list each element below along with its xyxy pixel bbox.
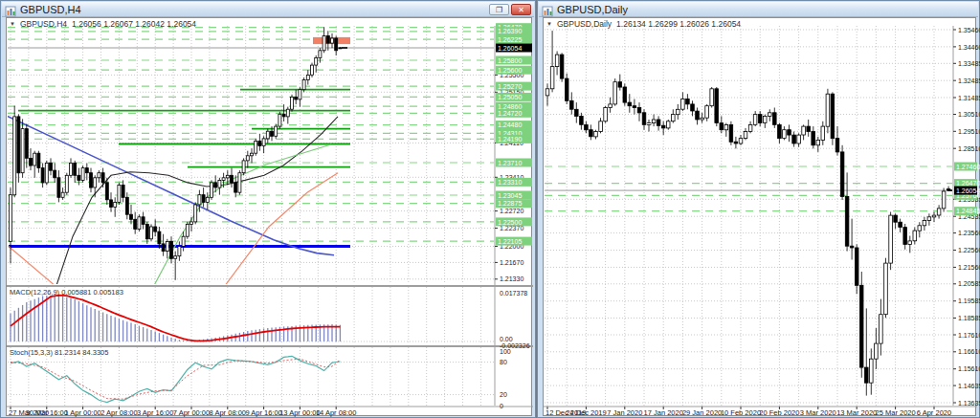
svg-text:1.24480: 1.24480 bbox=[498, 121, 522, 128]
svg-text:1.35460: 1.35460 bbox=[958, 27, 980, 33]
chart-window-h4: GBPUSD,H4 ❐ ✕ ▼ GBPUSD,H4 1.26056 1.2606… bbox=[0, 0, 536, 418]
svg-text:20: 20 bbox=[500, 391, 507, 398]
daily-window-title: GBPUSD,Daily bbox=[557, 4, 628, 15]
close-button[interactable]: ✕ bbox=[511, 4, 531, 15]
svg-text:1.23560: 1.23560 bbox=[958, 230, 980, 236]
svg-text:13 Mar 2020: 13 Mar 2020 bbox=[836, 408, 877, 417]
svg-text:1.13635: 1.13635 bbox=[958, 400, 980, 407]
svg-text:1.26470: 1.26470 bbox=[956, 180, 980, 187]
svg-text:1.25050: 1.25050 bbox=[498, 94, 522, 100]
svg-text:Stoch(15,3,3) 81.2314 84.3305: Stoch(15,3,3) 81.2314 84.3305 bbox=[10, 348, 108, 357]
daily-symbol-label: GBPUSD,Daily bbox=[557, 19, 612, 29]
svg-text:7 Apr 00:00: 7 Apr 00:00 bbox=[173, 408, 210, 417]
svg-text:1.26390: 1.26390 bbox=[498, 28, 522, 34]
svg-text:80: 80 bbox=[500, 359, 507, 365]
svg-text:9 Apr 16:00: 9 Apr 16:00 bbox=[245, 408, 281, 417]
chart-window-icon bbox=[5, 4, 16, 15]
svg-text:1.21560: 1.21560 bbox=[958, 264, 980, 271]
svg-text:1.19585: 1.19585 bbox=[958, 297, 980, 304]
svg-text:1.21330: 1.21330 bbox=[500, 275, 523, 282]
svg-text:10 Feb 2020: 10 Feb 2020 bbox=[721, 408, 761, 417]
svg-text:1.24845: 1.24845 bbox=[956, 208, 980, 214]
daily-chart-canvas[interactable]: 1.354601.344601.334851.324851.314851.305… bbox=[538, 1, 980, 418]
svg-text:1 Apr 00:00: 1 Apr 00:00 bbox=[64, 408, 100, 417]
svg-text:1.20585: 1.20585 bbox=[958, 280, 980, 287]
svg-text:3 Apr 16:00: 3 Apr 16:00 bbox=[137, 408, 173, 417]
h4-quote-bar: ▼ GBPUSD,H4 1.26056 1.26067 1.26042 1.26… bbox=[10, 19, 196, 29]
mt4-workspace: GBPUSD,H4 ❐ ✕ ▼ GBPUSD,H4 1.26056 1.2606… bbox=[0, 0, 980, 418]
svg-text:1.22560: 1.22560 bbox=[958, 247, 980, 253]
h4-chart-canvas[interactable]: 1.255001.251501.241101.234101.227201.223… bbox=[1, 1, 537, 418]
chart-window-icon bbox=[542, 4, 553, 15]
svg-text:25 Mar 2020: 25 Mar 2020 bbox=[876, 408, 916, 417]
svg-text:2 Apr 08:00: 2 Apr 08:00 bbox=[100, 408, 137, 417]
svg-text:1.31485: 1.31485 bbox=[958, 95, 980, 101]
svg-text:1.29510: 1.29510 bbox=[958, 128, 980, 135]
svg-text:MACD(12,26,9) 0.005881 0.00518: MACD(12,26,9) 0.005881 0.005183 bbox=[10, 288, 123, 297]
svg-text:1.25600: 1.25600 bbox=[498, 67, 522, 74]
svg-text:20 Feb 2020: 20 Feb 2020 bbox=[759, 408, 799, 417]
chart-window-daily: GBPUSD,Daily ▼ GBPUSD,Daily 1.26134 1.26… bbox=[537, 0, 980, 418]
svg-text:0.017378: 0.017378 bbox=[500, 290, 527, 297]
svg-text:1.22875: 1.22875 bbox=[498, 200, 522, 207]
svg-text:1.23710: 1.23710 bbox=[498, 160, 522, 166]
svg-text:1.26054: 1.26054 bbox=[956, 187, 980, 194]
svg-text:6 Apr 2020: 6 Apr 2020 bbox=[917, 408, 951, 417]
svg-text:1.21670: 1.21670 bbox=[500, 259, 523, 266]
daily-quote-bar: ▼ GBPUSD,Daily 1.26134 1.26299 1.26026 1… bbox=[546, 19, 741, 29]
h4-window-titlebar[interactable]: GBPUSD,H4 ❐ ✕ bbox=[2, 2, 534, 17]
svg-text:1.28510: 1.28510 bbox=[958, 145, 980, 152]
svg-text:1.30510: 1.30510 bbox=[958, 111, 980, 118]
svg-text:7 Jan 2020: 7 Jan 2020 bbox=[607, 408, 642, 417]
restore-button[interactable]: ❐ bbox=[489, 4, 509, 15]
h4-ohlc-values: 1.26056 1.26067 1.26042 1.26054 bbox=[72, 19, 196, 29]
svg-text:8 Apr 08:00: 8 Apr 08:00 bbox=[210, 408, 246, 417]
svg-text:1.33485: 1.33485 bbox=[958, 60, 980, 67]
svg-text:1.32485: 1.32485 bbox=[958, 77, 980, 84]
chevron-down-icon[interactable]: ▼ bbox=[546, 21, 552, 27]
svg-text:1.24860: 1.24860 bbox=[498, 103, 522, 110]
svg-text:24 Dec 2019: 24 Dec 2019 bbox=[566, 408, 607, 417]
svg-text:1.16610: 1.16610 bbox=[958, 348, 980, 355]
svg-text:1.24720: 1.24720 bbox=[498, 110, 522, 117]
svg-text:30 Mar 16:00: 30 Mar 16:00 bbox=[26, 408, 68, 417]
svg-text:1.23045: 1.23045 bbox=[498, 192, 522, 199]
svg-text:13 Apr 00:00: 13 Apr 00:00 bbox=[279, 408, 321, 417]
svg-text:1.26054: 1.26054 bbox=[498, 45, 522, 52]
svg-text:1.24190: 1.24190 bbox=[498, 136, 522, 143]
h4-symbol-label: GBPUSD,H4 bbox=[20, 19, 67, 29]
daily-ohlc-values: 1.26134 1.26299 1.26026 1.26054 bbox=[616, 19, 741, 29]
svg-text:1.34460: 1.34460 bbox=[958, 44, 980, 51]
svg-text:1.25270: 1.25270 bbox=[498, 83, 522, 90]
svg-text:0.00: 0.00 bbox=[500, 336, 513, 342]
svg-text:1.18585: 1.18585 bbox=[958, 315, 980, 321]
svg-text:1.22500: 1.22500 bbox=[498, 219, 522, 226]
svg-text:3 Mar 2020: 3 Mar 2020 bbox=[800, 408, 836, 417]
svg-text:14 Apr 08:00: 14 Apr 08:00 bbox=[316, 408, 357, 417]
svg-text:0: 0 bbox=[500, 403, 503, 409]
svg-text:100: 100 bbox=[500, 348, 511, 355]
svg-text:1.27460: 1.27460 bbox=[956, 164, 980, 170]
svg-text:1.22105: 1.22105 bbox=[498, 238, 522, 245]
chevron-down-icon[interactable]: ▼ bbox=[10, 21, 15, 27]
h4-window-title: GBPUSD,H4 bbox=[20, 4, 81, 15]
svg-text:1.25800: 1.25800 bbox=[498, 57, 522, 64]
svg-text:17 Jan 2020: 17 Jan 2020 bbox=[644, 408, 683, 417]
svg-text:1.23310: 1.23310 bbox=[498, 179, 522, 186]
svg-text:1.17610: 1.17610 bbox=[958, 332, 980, 339]
svg-text:1.22720: 1.22720 bbox=[500, 208, 523, 214]
svg-text:29 Jan 2020: 29 Jan 2020 bbox=[682, 408, 722, 417]
daily-window-titlebar[interactable]: GBPUSD,Daily bbox=[539, 2, 978, 17]
svg-text:1.15610: 1.15610 bbox=[958, 365, 980, 372]
svg-text:1.14635: 1.14635 bbox=[958, 383, 980, 389]
svg-text:1.26225: 1.26225 bbox=[498, 36, 522, 43]
